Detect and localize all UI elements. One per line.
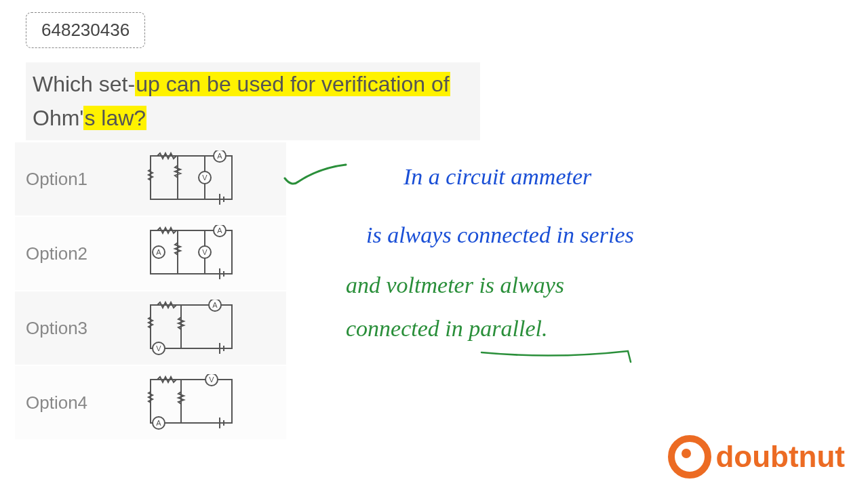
brand-logo-icon xyxy=(668,435,711,479)
option-4[interactable]: Option4 V A xyxy=(15,366,286,441)
svg-text:V: V xyxy=(202,174,208,182)
option-2-circuit-diagram: A A V xyxy=(107,225,275,282)
q-seg-3: s law? xyxy=(83,106,146,130)
option-1-circuit-diagram: A V xyxy=(107,150,275,207)
svg-rect-28 xyxy=(151,380,232,423)
question-id-box: 648230436 xyxy=(26,12,145,48)
annotation-line-3: and voltmeter is always xyxy=(346,271,787,300)
option-3-circuit-diagram: A V xyxy=(107,300,275,357)
svg-text:A: A xyxy=(212,301,218,309)
option-2[interactable]: Option2 A A V xyxy=(15,217,286,291)
svg-text:V: V xyxy=(156,344,161,352)
brand-name: doubtnut xyxy=(715,440,845,474)
svg-rect-20 xyxy=(151,305,232,348)
svg-text:A: A xyxy=(156,248,161,256)
option-1[interactable]: Option1 A V xyxy=(15,142,286,217)
option-3-label: Option3 xyxy=(26,318,107,339)
option-4-label: Option4 xyxy=(26,392,107,413)
brand-logo: doubtnut xyxy=(668,435,845,479)
q-seg-0: Which set- xyxy=(33,72,135,96)
underline-icon xyxy=(480,350,636,365)
option-1-label: Option1 xyxy=(26,169,107,190)
svg-text:A: A xyxy=(156,419,161,427)
q-seg-2: Ohm' xyxy=(33,106,83,130)
svg-text:V: V xyxy=(209,375,214,384)
annotation-line-1: In a circuit ammeter xyxy=(403,163,817,192)
options-list: Option1 A V Option2 xyxy=(15,142,286,441)
question-text: Which set-up can be used for verificatio… xyxy=(26,62,480,140)
tick-mark-icon xyxy=(281,161,349,195)
option-4-circuit-diagram: V A xyxy=(107,374,275,431)
svg-text:A: A xyxy=(217,226,222,235)
svg-text:V: V xyxy=(202,248,208,256)
svg-text:A: A xyxy=(217,152,222,160)
question-id: 648230436 xyxy=(41,20,130,40)
option-2-label: Option2 xyxy=(26,243,107,264)
q-seg-1: up can be used for verification of xyxy=(135,72,450,96)
option-3[interactable]: Option3 A V xyxy=(15,291,286,366)
annotation-line-2: is always connected in series xyxy=(366,221,841,250)
annotation-line-4: connected in parallel. xyxy=(346,314,787,344)
